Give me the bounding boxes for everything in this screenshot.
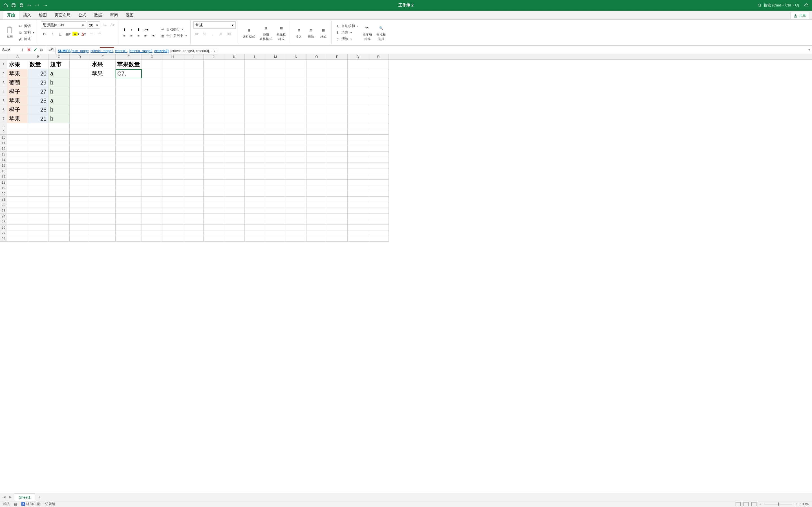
cell-styles-button[interactable]: ▦单元格 样式 — [275, 23, 288, 42]
underline-button[interactable]: U — [57, 31, 63, 37]
ribbon-tabs: 开始 插入 绘图 页面布局 公式 数据 审阅 视图 共享 — [0, 11, 812, 20]
svg-rect-2 — [20, 4, 22, 5]
tab-draw[interactable]: 绘图 — [35, 11, 51, 19]
cancel-formula-icon[interactable]: ✕ — [27, 47, 31, 52]
workbook-title: 工作簿 2 — [398, 3, 414, 8]
tab-layout[interactable]: 页面布局 — [51, 11, 74, 19]
font-size-select[interactable]: 20▾ — [87, 21, 100, 29]
tab-view[interactable]: 视图 — [122, 11, 138, 19]
paste-button[interactable]: 粘贴 — [4, 25, 16, 40]
redo-icon[interactable] — [35, 3, 40, 8]
cloud-icon[interactable] — [804, 3, 809, 8]
decimal-dec-icon[interactable]: .00 — [225, 31, 232, 37]
phonetic-edit-button[interactable]: ʳᵇ — [96, 31, 103, 37]
cut-button[interactable]: ✂剪切 — [17, 23, 36, 29]
align-center-icon[interactable]: ≡ — [128, 33, 135, 38]
align-right-icon[interactable]: ≡ — [135, 33, 142, 38]
wrap-text-button[interactable]: ↩自动换行▾ — [159, 27, 188, 32]
percent-icon[interactable]: % — [201, 31, 208, 37]
svg-rect-3 — [20, 6, 22, 7]
copy-button[interactable]: ⧉复制▾ — [17, 30, 36, 35]
clear-button[interactable]: ◇清除▾ — [335, 36, 360, 42]
delete-cells-button[interactable]: ⊟删除 — [305, 25, 317, 40]
italic-button[interactable]: I — [49, 31, 56, 37]
tab-formulas[interactable]: 公式 — [74, 11, 90, 19]
orientation-icon[interactable]: ⤢▾ — [143, 27, 149, 32]
indent-increase-icon[interactable]: ⇥ — [150, 33, 156, 38]
border-button[interactable]: ▦▾ — [64, 31, 71, 37]
print-icon[interactable] — [19, 3, 24, 8]
share-button[interactable]: 共享 — [791, 12, 809, 20]
decrease-font-icon[interactable]: A▾ — [109, 21, 116, 28]
ribbon: 粘贴 ✂剪切 ⧉复制▾ 🖌格式 思源黑体 CN▾ 20▾ A▴ A▾ B I U… — [0, 20, 812, 46]
tab-review[interactable]: 审阅 — [106, 11, 122, 19]
merge-button[interactable]: ▦合并后居中▾ — [159, 33, 188, 39]
svg-rect-0 — [12, 4, 15, 7]
align-bottom-icon[interactable]: ⬇ — [135, 27, 142, 32]
undo-icon[interactable] — [27, 3, 32, 8]
save-icon[interactable] — [11, 3, 16, 8]
confirm-formula-icon[interactable]: ✓ — [34, 47, 37, 52]
svg-rect-6 — [9, 27, 10, 28]
comma-icon[interactable]: , — [209, 31, 216, 37]
autosum-button[interactable]: Σ自动求和▾ — [335, 23, 360, 29]
font-name-select[interactable]: 思源黑体 CN▾ — [41, 21, 86, 29]
formula-tooltip: SUMIFS(sum_range, criteria_range1, crite… — [55, 48, 217, 54]
format-cells-button[interactable]: ▦格式 — [318, 25, 329, 40]
bold-button[interactable]: B — [41, 31, 48, 37]
expand-formula-icon[interactable]: ▾ — [806, 46, 812, 54]
currency-icon[interactable]: ¤▾ — [193, 31, 200, 37]
tab-data[interactable]: 数据 — [90, 11, 106, 19]
format-painter-button[interactable]: 🖌格式 — [17, 36, 36, 42]
tab-insert[interactable]: 插入 — [19, 11, 35, 19]
name-box[interactable]: SUM ▲▼ — [0, 46, 24, 54]
table-format-button[interactable]: ▦套用 表格格式 — [258, 23, 274, 42]
decimal-inc-icon[interactable]: .0 — [217, 31, 224, 37]
home-icon[interactable] — [3, 3, 8, 8]
svg-rect-5 — [8, 27, 11, 33]
svg-point-4 — [758, 4, 761, 6]
fill-color-button[interactable]: ⬙▾ — [72, 31, 79, 37]
fx-icon[interactable]: fx — [40, 48, 43, 52]
align-left-icon[interactable]: ≡ — [121, 33, 128, 38]
phonetic-button[interactable]: ᵃᵇ — [88, 31, 95, 37]
indent-decrease-icon[interactable]: ⇤ — [143, 33, 149, 38]
align-top-icon[interactable]: ⬆ — [121, 27, 128, 32]
insert-cells-button[interactable]: ⊞插入 — [293, 25, 304, 40]
number-format-select[interactable]: 常规▾ — [193, 21, 236, 29]
search-box[interactable]: 搜索 (Cmd + Ctrl + U) — [758, 3, 799, 8]
font-color-button[interactable]: A▾ — [80, 31, 87, 37]
search-placeholder: 搜索 (Cmd + Ctrl + U) — [764, 3, 799, 8]
conditional-format-button[interactable]: ▦条件格式 — [241, 25, 257, 40]
fill-button[interactable]: ⬇填充▾ — [335, 30, 360, 35]
align-middle-icon[interactable]: ↕ — [128, 27, 135, 32]
tab-home[interactable]: 开始 — [3, 11, 19, 19]
sort-filter-button[interactable]: ᴬᴢ↓排序和 筛选 — [361, 23, 373, 42]
titlebar: ⋯ 工作簿 2 搜索 (Cmd + Ctrl + U) — [0, 0, 812, 11]
find-select-button[interactable]: 🔍查找和 选择 — [375, 23, 388, 42]
more-icon[interactable]: ⋯ — [43, 3, 47, 8]
increase-font-icon[interactable]: A▴ — [101, 21, 108, 28]
